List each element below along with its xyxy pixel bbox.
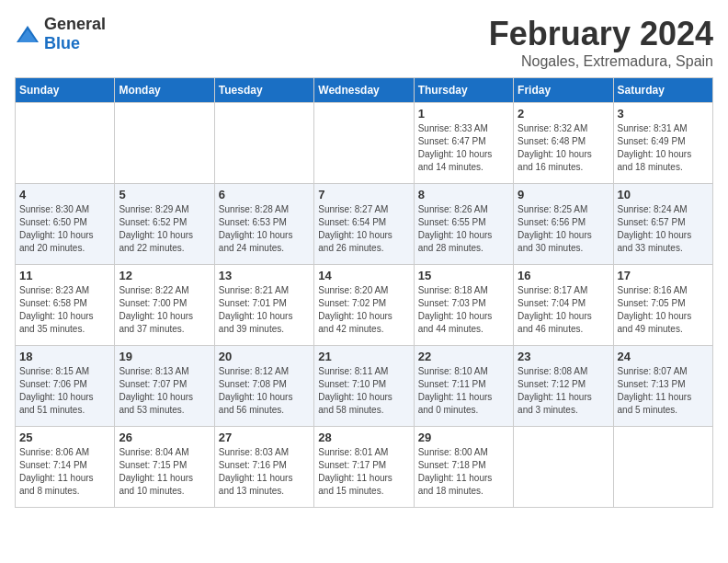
- cell-text: Sunrise: 8:04 AM Sunset: 7:15 PM Dayligh…: [119, 446, 210, 498]
- cell-text: Sunrise: 8:12 AM Sunset: 7:08 PM Dayligh…: [219, 365, 310, 417]
- cell-text: Sunrise: 8:07 AM Sunset: 7:13 PM Dayligh…: [618, 365, 709, 417]
- calendar-cell: 26Sunrise: 8:04 AM Sunset: 7:15 PM Dayli…: [115, 427, 214, 508]
- calendar-cell: 16Sunrise: 8:17 AM Sunset: 7:04 PM Dayli…: [514, 265, 613, 346]
- day-number: 5: [119, 188, 210, 201]
- calendar-cell: 9Sunrise: 8:25 AM Sunset: 6:56 PM Daylig…: [514, 184, 613, 265]
- calendar-cell: 14Sunrise: 8:20 AM Sunset: 7:02 PM Dayli…: [314, 265, 414, 346]
- calendar-cell: [115, 103, 214, 184]
- day-number: 29: [418, 431, 509, 444]
- cell-text: Sunrise: 8:30 AM Sunset: 6:50 PM Dayligh…: [19, 203, 110, 255]
- day-number: 19: [119, 350, 210, 363]
- calendar-cell: 8Sunrise: 8:26 AM Sunset: 6:55 PM Daylig…: [414, 184, 513, 265]
- cell-text: Sunrise: 8:28 AM Sunset: 6:53 PM Dayligh…: [219, 203, 310, 255]
- cell-text: Sunrise: 8:11 AM Sunset: 7:10 PM Dayligh…: [318, 365, 409, 417]
- cell-text: Sunrise: 8:18 AM Sunset: 7:03 PM Dayligh…: [418, 284, 509, 336]
- week-row-3: 11Sunrise: 8:23 AM Sunset: 6:58 PM Dayli…: [16, 265, 713, 346]
- calendar-cell: 27Sunrise: 8:03 AM Sunset: 7:16 PM Dayli…: [214, 427, 313, 508]
- calendar-cell: [214, 103, 313, 184]
- header: General Blue February 2024 Nogales, Extr…: [15, 15, 713, 70]
- logo-text: General Blue: [44, 15, 106, 53]
- day-number: 12: [119, 269, 210, 282]
- logo-blue: Blue: [44, 34, 80, 52]
- header-day-saturday: Saturday: [613, 78, 712, 103]
- day-number: 10: [618, 188, 709, 201]
- day-number: 24: [618, 350, 709, 363]
- header-day-thursday: Thursday: [414, 78, 513, 103]
- calendar-cell: 21Sunrise: 8:11 AM Sunset: 7:10 PM Dayli…: [314, 346, 414, 427]
- cell-text: Sunrise: 8:26 AM Sunset: 6:55 PM Dayligh…: [418, 203, 509, 255]
- day-number: 11: [19, 269, 110, 282]
- calendar-cell: 10Sunrise: 8:24 AM Sunset: 6:57 PM Dayli…: [613, 184, 712, 265]
- calendar-cell: 7Sunrise: 8:27 AM Sunset: 6:54 PM Daylig…: [314, 184, 414, 265]
- calendar-cell: 5Sunrise: 8:29 AM Sunset: 6:52 PM Daylig…: [115, 184, 214, 265]
- calendar-cell: 24Sunrise: 8:07 AM Sunset: 7:13 PM Dayli…: [613, 346, 712, 427]
- cell-text: Sunrise: 8:25 AM Sunset: 6:56 PM Dayligh…: [518, 203, 609, 255]
- cell-text: Sunrise: 8:06 AM Sunset: 7:14 PM Dayligh…: [19, 446, 110, 498]
- header-row: SundayMondayTuesdayWednesdayThursdayFrid…: [16, 78, 713, 103]
- day-number: 25: [19, 431, 110, 444]
- calendar-cell: 4Sunrise: 8:30 AM Sunset: 6:50 PM Daylig…: [16, 184, 115, 265]
- day-number: 15: [418, 269, 509, 282]
- calendar-cell: 13Sunrise: 8:21 AM Sunset: 7:01 PM Dayli…: [214, 265, 313, 346]
- calendar-cell: [514, 427, 613, 508]
- calendar-cell: [16, 103, 115, 184]
- cell-text: Sunrise: 8:13 AM Sunset: 7:07 PM Dayligh…: [119, 365, 210, 417]
- title-area: February 2024 Nogales, Extremadura, Spai…: [489, 15, 713, 70]
- cell-text: Sunrise: 8:23 AM Sunset: 6:58 PM Dayligh…: [19, 284, 110, 336]
- cell-text: Sunrise: 8:17 AM Sunset: 7:04 PM Dayligh…: [518, 284, 609, 336]
- week-row-4: 18Sunrise: 8:15 AM Sunset: 7:06 PM Dayli…: [16, 346, 713, 427]
- subtitle: Nogales, Extremadura, Spain: [489, 53, 713, 70]
- calendar-cell: 18Sunrise: 8:15 AM Sunset: 7:06 PM Dayli…: [16, 346, 115, 427]
- calendar-cell: 25Sunrise: 8:06 AM Sunset: 7:14 PM Dayli…: [16, 427, 115, 508]
- day-number: 26: [119, 431, 210, 444]
- cell-text: Sunrise: 8:33 AM Sunset: 6:47 PM Dayligh…: [418, 122, 509, 174]
- main-title: February 2024: [489, 15, 713, 53]
- calendar-cell: 12Sunrise: 8:22 AM Sunset: 7:00 PM Dayli…: [115, 265, 214, 346]
- header-day-tuesday: Tuesday: [214, 78, 313, 103]
- cell-text: Sunrise: 8:22 AM Sunset: 7:00 PM Dayligh…: [119, 284, 210, 336]
- cell-text: Sunrise: 8:15 AM Sunset: 7:06 PM Dayligh…: [19, 365, 110, 417]
- calendar-cell: [314, 103, 414, 184]
- day-number: 2: [518, 107, 609, 121]
- cell-text: Sunrise: 8:10 AM Sunset: 7:11 PM Dayligh…: [418, 365, 509, 417]
- week-row-1: 1Sunrise: 8:33 AM Sunset: 6:47 PM Daylig…: [16, 103, 713, 184]
- calendar-cell: 23Sunrise: 8:08 AM Sunset: 7:12 PM Dayli…: [514, 346, 613, 427]
- cell-text: Sunrise: 8:29 AM Sunset: 6:52 PM Dayligh…: [119, 203, 210, 255]
- calendar-cell: 6Sunrise: 8:28 AM Sunset: 6:53 PM Daylig…: [214, 184, 313, 265]
- logo: General Blue: [15, 15, 106, 53]
- calendar-cell: 2Sunrise: 8:32 AM Sunset: 6:48 PM Daylig…: [514, 103, 613, 184]
- cell-text: Sunrise: 8:27 AM Sunset: 6:54 PM Dayligh…: [318, 203, 409, 255]
- day-number: 4: [19, 188, 110, 201]
- day-number: 8: [418, 188, 509, 201]
- calendar-cell: 11Sunrise: 8:23 AM Sunset: 6:58 PM Dayli…: [16, 265, 115, 346]
- day-number: 9: [518, 188, 609, 201]
- calendar-cell: 3Sunrise: 8:31 AM Sunset: 6:49 PM Daylig…: [613, 103, 712, 184]
- day-number: 13: [219, 269, 310, 282]
- header-day-monday: Monday: [115, 78, 214, 103]
- day-number: 21: [318, 350, 409, 363]
- logo-icon: [15, 24, 40, 44]
- header-day-wednesday: Wednesday: [314, 78, 414, 103]
- day-number: 7: [318, 188, 409, 201]
- day-number: 1: [418, 107, 509, 121]
- header-day-sunday: Sunday: [16, 78, 115, 103]
- day-number: 28: [318, 431, 409, 444]
- day-number: 18: [19, 350, 110, 363]
- day-number: 20: [219, 350, 310, 363]
- calendar-cell: 29Sunrise: 8:00 AM Sunset: 7:18 PM Dayli…: [414, 427, 513, 508]
- cell-text: Sunrise: 8:32 AM Sunset: 6:48 PM Dayligh…: [518, 122, 609, 174]
- calendar-cell: 22Sunrise: 8:10 AM Sunset: 7:11 PM Dayli…: [414, 346, 513, 427]
- calendar-cell: [613, 427, 712, 508]
- cell-text: Sunrise: 8:08 AM Sunset: 7:12 PM Dayligh…: [518, 365, 609, 417]
- day-number: 14: [318, 269, 409, 282]
- cell-text: Sunrise: 8:21 AM Sunset: 7:01 PM Dayligh…: [219, 284, 310, 336]
- day-number: 22: [418, 350, 509, 363]
- cell-text: Sunrise: 8:03 AM Sunset: 7:16 PM Dayligh…: [219, 446, 310, 498]
- cell-text: Sunrise: 8:20 AM Sunset: 7:02 PM Dayligh…: [318, 284, 409, 336]
- calendar-cell: 1Sunrise: 8:33 AM Sunset: 6:47 PM Daylig…: [414, 103, 513, 184]
- day-number: 16: [518, 269, 609, 282]
- cell-text: Sunrise: 8:16 AM Sunset: 7:05 PM Dayligh…: [618, 284, 709, 336]
- week-row-2: 4Sunrise: 8:30 AM Sunset: 6:50 PM Daylig…: [16, 184, 713, 265]
- cell-text: Sunrise: 8:31 AM Sunset: 6:49 PM Dayligh…: [618, 122, 709, 174]
- cell-text: Sunrise: 8:24 AM Sunset: 6:57 PM Dayligh…: [618, 203, 709, 255]
